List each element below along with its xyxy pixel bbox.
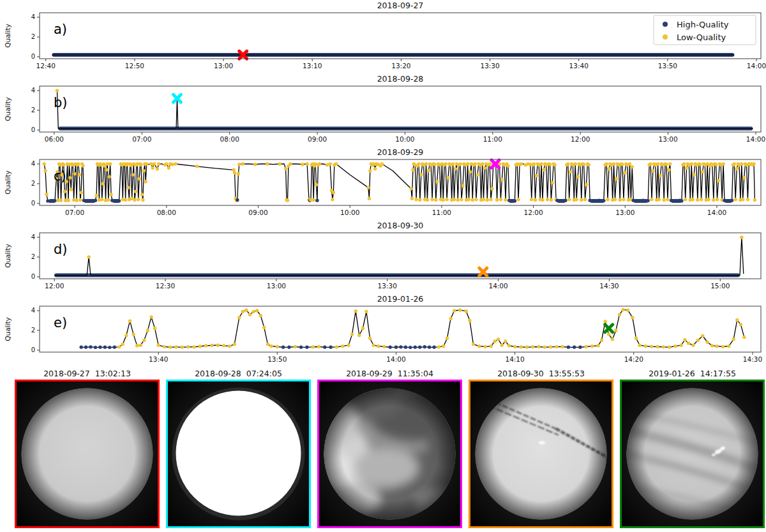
legend: High-QualityLow-Quality [654,15,756,45]
low-quality-point [109,162,112,165]
low-quality-point [124,334,128,337]
low-quality-point [445,198,448,201]
low-quality-point [482,198,485,201]
low-quality-point [746,198,749,201]
x-tick-label: 12:00 [523,209,543,216]
low-quality-point [107,198,110,202]
x-tick-label: 12:30 [156,282,175,290]
low-quality-point [500,178,504,181]
low-quality-point [109,193,112,196]
low-quality-point [262,326,266,329]
low-quality-point [542,168,545,172]
low-quality-point [181,346,184,349]
low-quality-point [644,344,647,348]
high-quality-point [418,346,421,349]
thumbnail-2018-09-27: 2018-09-27 13:02:13 [15,369,160,528]
low-quality-point [698,163,702,166]
low-quality-point [269,344,273,348]
low-quality-point [539,162,543,165]
low-quality-point [753,198,756,202]
low-quality-point [444,162,447,165]
low-quality-point [100,198,103,201]
high-quality-point [315,199,319,202]
low-quality-point [78,173,81,176]
high-quality-point [113,346,116,349]
y-tick-label: 0 [31,53,35,60]
low-quality-point [596,344,599,347]
low-quality-point [651,169,654,172]
low-quality-point [350,332,354,336]
low-quality-point [232,168,236,172]
low-quality-point [500,344,504,347]
low-quality-point [331,198,334,201]
low-quality-point [504,198,507,202]
low-quality-point [341,344,344,348]
low-quality-point [59,199,63,202]
panel-letter: a) [54,22,67,37]
x-tick-label: 14:00 [747,62,766,70]
x-tick-label: 12:00 [571,135,590,143]
low-quality-point [131,173,134,176]
low-quality-point [543,346,546,349]
y-tick-label: 4 [31,233,35,240]
low-quality-point [611,337,614,341]
y-tick-label: 0 [31,200,35,207]
high-quality-point [323,346,326,349]
sun-image-cloudy [317,380,462,528]
low-quality-point [233,171,236,174]
low-quality-point [317,345,320,348]
low-quality-point [121,343,124,346]
low-quality-point [587,163,590,166]
low-quality-point [241,162,244,165]
high-quality-point [432,346,435,349]
legend-swatch [663,34,668,40]
low-quality-point [657,198,661,201]
x-tick-label: 09:00 [308,135,327,143]
high-quality-point [414,346,417,349]
low-quality-point [580,198,583,202]
x-tick-label: 11:00 [483,135,502,143]
low-quality-point [483,345,486,348]
low-quality-point [607,332,610,336]
low-quality-point [167,166,170,170]
low-quality-point [332,191,335,194]
low-quality-point [294,345,297,348]
y-axis-label: Quality [4,170,11,195]
high-quality-point [236,198,239,202]
low-quality-point [410,197,414,200]
low-quality-point [530,198,533,201]
low-quality-point [157,162,160,165]
y-tick-label: 4 [31,87,35,94]
y-tick-label: 0 [31,346,35,353]
low-quality-point [662,345,665,348]
low-quality-point [741,198,744,201]
low-quality-point [659,174,662,177]
low-quality-point [278,162,281,165]
x-tick-label: 07:00 [132,135,151,143]
low-quality-point [551,181,554,184]
low-quality-point [117,345,121,348]
legend-label: High-Quality [677,20,729,29]
high-quality-point [573,346,576,349]
low-quality-point [493,339,496,343]
x-tick-label: 15:00 [710,282,730,290]
low-quality-point [622,198,625,201]
low-quality-point [582,163,585,166]
low-quality-point [585,183,588,186]
low-quality-point [583,198,587,201]
low-quality-point [354,309,357,313]
high-quality-point [80,346,83,349]
low-quality-point [45,193,48,196]
low-quality-point [615,177,618,181]
y-tick-label: 2 [31,107,35,114]
x-tick-label: 12:40 [36,62,56,70]
x-tick-label: 13:00 [267,282,286,290]
x-tick-label: 14:30 [599,282,619,290]
low-quality-point [477,344,481,348]
limb-darkening [324,388,456,520]
low-quality-point [195,165,199,168]
legend-swatch [663,22,668,27]
low-quality-point [468,319,471,322]
low-quality-point [368,169,372,172]
low-quality-point [228,344,231,348]
